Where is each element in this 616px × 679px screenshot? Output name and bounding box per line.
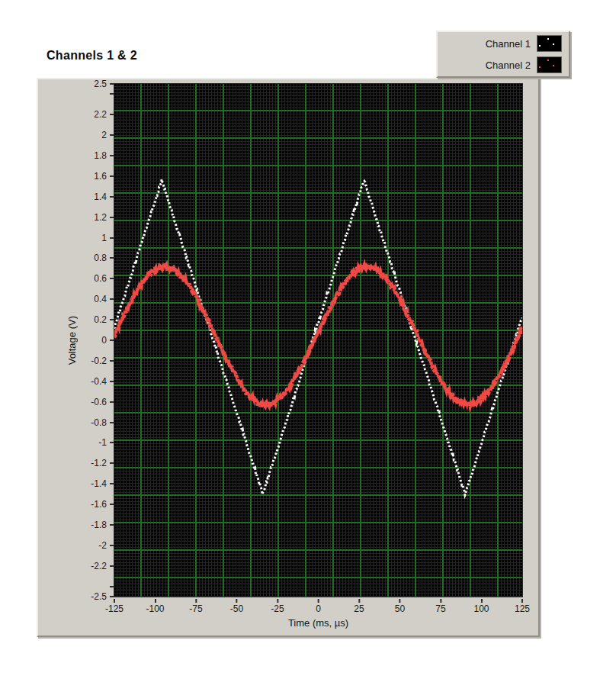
plot-style-dot-icon xyxy=(553,65,554,66)
legend-item-channel-2[interactable]: Channel 2 xyxy=(438,55,569,75)
x-axis-label: Time (ms, µs) xyxy=(114,617,522,629)
y-axis-label: Voltage (V) xyxy=(64,84,79,597)
channel-2-trace xyxy=(114,265,522,407)
channel-1-trace xyxy=(114,179,522,495)
channel-1-plot-style-swatch[interactable] xyxy=(537,35,562,52)
legend-label: Channel 2 xyxy=(486,60,531,71)
labview-front-panel: { "title": "Channels 1 & 2", "legend": {… xyxy=(0,0,616,679)
plot-style-dot-icon xyxy=(547,38,549,40)
plot-style-dot-icon xyxy=(539,66,541,68)
plot-area[interactable] xyxy=(114,84,522,597)
channel-2-plot-style-swatch[interactable] xyxy=(537,56,562,73)
y-axis-label-text: Voltage (V) xyxy=(66,316,78,365)
legend-label: Channel 1 xyxy=(486,38,531,50)
plot-style-dot-icon xyxy=(553,43,554,45)
legend-item-channel-1[interactable]: Channel 1 xyxy=(438,34,569,53)
plot-legend: Channel 1 Channel 2 xyxy=(436,31,570,78)
waveform-canvas xyxy=(114,84,522,597)
plot-style-dot-icon xyxy=(547,60,549,61)
graph-title: Channels 1 & 2 xyxy=(47,49,137,63)
plot-style-dot-icon xyxy=(539,45,541,47)
